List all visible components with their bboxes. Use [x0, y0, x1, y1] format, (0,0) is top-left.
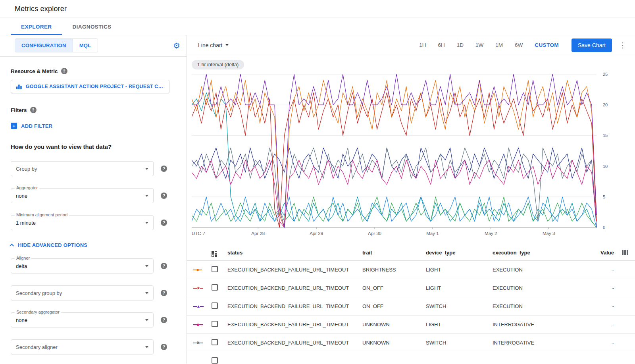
- aggregator-select[interactable]: Aggregator none: [11, 188, 154, 203]
- mql-mode-button[interactable]: MQL: [73, 39, 98, 52]
- row-checkbox[interactable]: [212, 284, 218, 291]
- cell-status: EXECUTION_BACKEND_FAILURE_URL_TIMEOUT: [227, 322, 362, 327]
- bar-chart-icon: [16, 83, 22, 90]
- svg-text:UTC-7: UTC-7: [192, 231, 205, 236]
- table-row[interactable]: [187, 352, 635, 364]
- add-filter-button[interactable]: + ADD FILTER: [11, 123, 180, 129]
- chevron-down-icon: [145, 292, 148, 294]
- series-legend-icon: ■: [193, 268, 206, 272]
- range-button-6w[interactable]: 6W: [515, 42, 523, 48]
- aligner-value: delta: [16, 263, 27, 269]
- min-alignment-value: 1 minute: [16, 220, 36, 226]
- range-button-1w[interactable]: 1W: [475, 42, 483, 48]
- secondary-aligner-select[interactable]: Secondary aligner: [11, 339, 154, 354]
- help-icon[interactable]: ?: [161, 166, 167, 172]
- help-icon[interactable]: ?: [161, 344, 167, 350]
- page-title: Metrics explorer: [15, 5, 67, 13]
- chart-area: 1 hr interval (delta) 0510152025UTC-7Apr…: [187, 55, 635, 242]
- help-icon[interactable]: ?: [161, 263, 167, 269]
- filters-label: Filters: [11, 107, 27, 113]
- row-checkbox[interactable]: [212, 321, 218, 327]
- custom-range-button[interactable]: CUSTOM: [535, 42, 559, 48]
- secondary-aligner-placeholder: Secondary aligner: [16, 344, 58, 350]
- row-checkbox[interactable]: [212, 266, 218, 272]
- row-checkbox[interactable]: [212, 339, 218, 345]
- configuration-panel: CONFIGURATION MQL ⚙ Resource & Metric ? …: [0, 35, 187, 364]
- settings-gear-icon[interactable]: ⚙: [173, 42, 180, 50]
- secondary-group-by-select[interactable]: Secondary group by: [11, 285, 154, 300]
- chevron-down-icon: [145, 168, 148, 170]
- secondary-group-by-placeholder: Secondary group by: [16, 290, 62, 296]
- table-row[interactable]: ▲EXECUTION_BACKEND_FAILURE_URL_TIMEOUTON…: [187, 297, 635, 316]
- series-legend-icon: ▲: [193, 304, 206, 308]
- aggregator-value: none: [16, 193, 27, 199]
- column-settings-icon[interactable]: [616, 250, 635, 255]
- hide-advanced-options-toggle[interactable]: HIDE ADVANCED OPTIONS: [11, 242, 180, 248]
- interval-chip: 1 hr interval (delta): [192, 60, 244, 69]
- table-row[interactable]: ■EXECUTION_BACKEND_FAILURE_URL_TIMEOUTBR…: [187, 261, 635, 279]
- secondary-aggregator-select[interactable]: Secondary aggregator none: [11, 312, 154, 327]
- cell-device_type: SWITCH: [426, 303, 493, 309]
- table-row[interactable]: ★EXECUTION_BACKEND_FAILURE_URL_TIMEOUTON…: [187, 279, 635, 297]
- tab-diagnostics[interactable]: DIAGNOSTICS: [62, 19, 121, 35]
- cell-value: -: [592, 322, 616, 327]
- cell-trait: UNKNOWN: [362, 340, 426, 346]
- cell-execution_type: INTERROGATIVE: [493, 322, 592, 327]
- cell-trait: ON_OFF: [362, 303, 426, 309]
- chevron-down-icon: [225, 44, 229, 46]
- range-button-1h[interactable]: 1H: [419, 42, 426, 48]
- cell-execution_type: EXECUTION: [493, 303, 592, 309]
- chevron-down-icon: [145, 195, 148, 197]
- help-icon[interactable]: ?: [161, 193, 167, 199]
- add-filter-label: ADD FILTER: [21, 123, 52, 129]
- chevron-down-icon: [145, 346, 148, 348]
- more-options-icon[interactable]: ⋮: [619, 41, 626, 50]
- col-header-value: Value: [592, 250, 616, 256]
- col-header-trait: trait: [362, 250, 426, 256]
- save-chart-button[interactable]: Save Chart: [572, 39, 612, 52]
- secondary-aggregator-label: Secondary aggregator: [15, 310, 61, 314]
- secondary-aggregator-value: none: [16, 317, 27, 323]
- help-icon[interactable]: ?: [161, 317, 167, 323]
- chevron-up-icon: [10, 243, 14, 248]
- cell-value: -: [592, 303, 616, 309]
- cell-value: -: [592, 267, 616, 273]
- help-icon[interactable]: ?: [161, 290, 167, 296]
- group-by-select[interactable]: Group by: [11, 161, 154, 176]
- chevron-down-icon: [145, 319, 148, 321]
- row-checkbox[interactable]: [212, 357, 218, 364]
- aligner-select[interactable]: Aligner delta: [11, 258, 154, 273]
- series-legend-icon: ◆: [193, 323, 206, 327]
- panel-divider: [0, 56, 187, 57]
- help-icon[interactable]: ?: [30, 107, 37, 113]
- svg-text:May 3: May 3: [543, 231, 555, 236]
- series-toggle-icon[interactable]: [212, 251, 217, 257]
- range-button-6h[interactable]: 6H: [438, 42, 445, 48]
- series-legend-icon: ★: [193, 286, 206, 290]
- min-alignment-label: Minimum alignment period: [15, 212, 69, 217]
- cell-trait: BRIGHTNESS: [362, 267, 426, 273]
- cell-device_type: LIGHT: [426, 285, 493, 291]
- configuration-mode-button[interactable]: CONFIGURATION: [15, 39, 73, 52]
- range-button-1m[interactable]: 1M: [495, 42, 503, 48]
- svg-text:Apr 28: Apr 28: [251, 231, 265, 236]
- table-row[interactable]: ✖EXECUTION_BACKEND_FAILURE_URL_TIMEOUTUN…: [187, 334, 635, 352]
- row-checkbox[interactable]: [212, 302, 218, 309]
- min-alignment-select[interactable]: Minimum alignment period 1 minute: [11, 215, 154, 230]
- help-icon[interactable]: ?: [161, 220, 167, 226]
- svg-text:Apr 29: Apr 29: [310, 231, 323, 236]
- time-range-group: 1H6H1D1W1M6W: [419, 42, 523, 48]
- chart-type-select[interactable]: Line chart: [198, 42, 229, 48]
- resource-metric-label: Resource & Metric: [11, 68, 58, 74]
- table-row[interactable]: ◆EXECUTION_BACKEND_FAILURE_URL_TIMEOUTUN…: [187, 316, 635, 334]
- help-icon[interactable]: ?: [61, 68, 67, 74]
- chart-toolbar: Line chart 1H6H1D1W1M6W CUSTOM Save Char…: [187, 35, 635, 55]
- cell-device_type: LIGHT: [426, 322, 493, 327]
- range-button-1d[interactable]: 1D: [457, 42, 464, 48]
- tab-explorer[interactable]: EXPLORER: [11, 19, 62, 35]
- resource-metric-chip[interactable]: GOOGLE ASSISTANT ACTION PROJECT - REQUES…: [11, 80, 169, 93]
- add-box-icon: +: [11, 123, 17, 129]
- cell-status: EXECUTION_BACKEND_FAILURE_URL_TIMEOUT: [227, 303, 362, 309]
- cell-status: EXECUTION_BACKEND_FAILURE_URL_TIMEOUT: [227, 285, 362, 291]
- svg-text:5: 5: [603, 195, 605, 199]
